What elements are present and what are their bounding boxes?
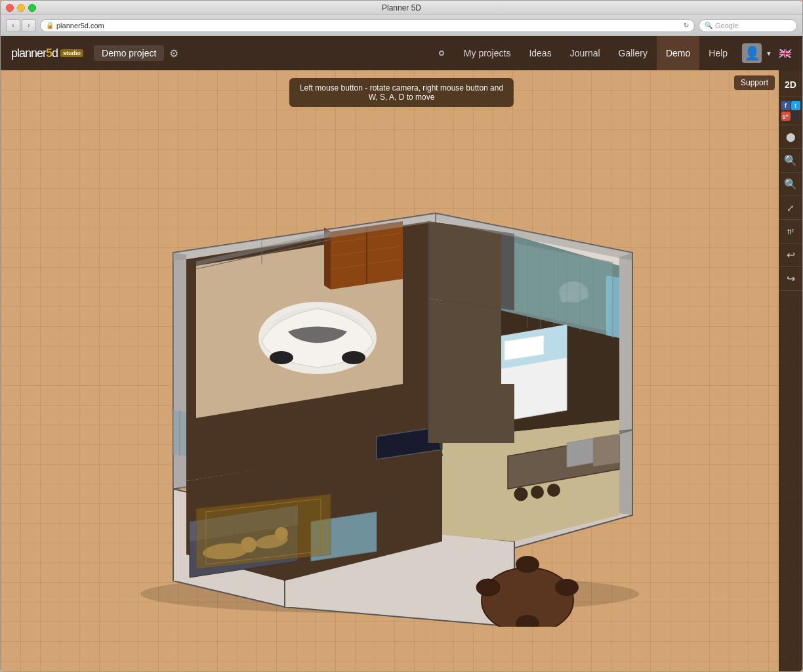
svg-marker-70 xyxy=(429,384,514,443)
nav-buttons: ‹ › xyxy=(6,19,36,32)
svg-point-15 xyxy=(270,351,293,364)
nav-dot xyxy=(439,51,444,56)
2d-label: 2D xyxy=(785,79,796,90)
svg-marker-56 xyxy=(593,434,619,467)
logo: planner5d studio xyxy=(11,47,83,60)
canvas-background[interactable]: Left mouse button - rotate camera, right… xyxy=(1,70,802,671)
house-3d-view[interactable] xyxy=(94,135,685,627)
other-social-icon[interactable] xyxy=(791,112,800,121)
svg-rect-17 xyxy=(94,135,95,135)
svg-point-77 xyxy=(547,484,560,497)
svg-point-76 xyxy=(531,486,544,499)
screenshot-button[interactable]: ⬤ xyxy=(779,125,802,149)
minimize-button[interactable] xyxy=(17,4,25,12)
nav-help[interactable]: Help xyxy=(699,36,737,70)
lock-icon: 🔒 xyxy=(46,22,54,29)
url-text: planner5d.com xyxy=(56,22,681,30)
settings-button[interactable]: ⚙ xyxy=(169,47,178,60)
back-button[interactable]: ‹ xyxy=(6,19,20,32)
svg-marker-69 xyxy=(429,299,501,384)
svg-marker-57 xyxy=(567,438,593,467)
house-svg xyxy=(94,135,685,627)
browser-title: Planner 5D xyxy=(382,3,421,12)
search-bar[interactable]: 🔍 Google xyxy=(699,19,797,32)
nav-my-projects[interactable]: My projects xyxy=(455,36,520,70)
units-button[interactable]: ft² xyxy=(779,220,802,243)
undo-button[interactable]: ↩ xyxy=(779,243,802,267)
fullscreen-icon: ⤢ xyxy=(787,203,794,213)
user-dropdown-arrow[interactable]: ▼ xyxy=(766,50,772,57)
social-row-2: g+ xyxy=(781,112,800,121)
svg-marker-68 xyxy=(429,221,501,308)
user-avatar[interactable]: 👤 xyxy=(742,43,762,63)
app-header: planner5d studio Demo project ⚙ My proje… xyxy=(1,36,802,70)
logo-badge: studio xyxy=(60,49,83,57)
support-button[interactable]: Support xyxy=(734,75,775,90)
logo-text: planner5d xyxy=(11,47,58,60)
google-plus-icon[interactable]: g+ xyxy=(781,112,791,121)
app-area: planner5d studio Demo project ⚙ My proje… xyxy=(1,36,802,671)
redo-icon: ↪ xyxy=(787,272,795,285)
nav-ideas[interactable]: Ideas xyxy=(520,36,560,70)
browser-toolbar: ‹ › 🔒 planner5d.com ↻ 🔍 Google xyxy=(1,15,802,36)
zoom-in-button[interactable]: 🔍 xyxy=(779,149,802,173)
browser-titlebar: Planner 5D xyxy=(1,1,802,15)
svg-point-16 xyxy=(342,351,365,364)
twitter-icon[interactable]: t xyxy=(791,101,800,110)
right-sidebar: 2D f t g+ xyxy=(779,70,802,671)
search-icon: 🔍 xyxy=(705,22,712,29)
svg-point-53 xyxy=(516,556,539,573)
fullscreen-button[interactable]: ⤢ xyxy=(779,196,802,220)
nav-links: My projects Ideas Journal Gallery Demo H… xyxy=(455,36,737,70)
tooltip-line2: W, S, A, D to move xyxy=(369,93,435,102)
social-row-1: f t xyxy=(781,101,800,110)
svg-marker-81 xyxy=(619,253,632,515)
tooltip-box: Left mouse button - rotate camera, right… xyxy=(289,78,514,107)
maximize-button[interactable] xyxy=(28,4,36,12)
svg-marker-78 xyxy=(173,253,186,489)
user-area: 👤 ▼ 🇬🇧 xyxy=(742,43,792,63)
traffic-lights xyxy=(6,4,36,12)
svg-point-51 xyxy=(476,579,500,596)
2d-toggle-button[interactable]: 2D xyxy=(779,73,802,96)
zoom-out-icon: 🔍 xyxy=(784,178,797,190)
redo-button[interactable]: ↪ xyxy=(779,267,802,291)
address-bar[interactable]: 🔒 planner5d.com ↻ xyxy=(40,19,695,32)
svg-marker-66 xyxy=(501,232,514,310)
camera-icon: ⬤ xyxy=(786,132,796,142)
project-name[interactable]: Demo project xyxy=(94,45,164,61)
main-content[interactable]: Left mouse button - rotate camera, right… xyxy=(1,70,802,671)
zoom-out-button[interactable]: 🔍 xyxy=(779,173,802,196)
close-button[interactable] xyxy=(6,4,14,12)
units-icon: ft² xyxy=(787,228,794,236)
facebook-icon[interactable]: f xyxy=(781,101,791,110)
undo-icon: ↩ xyxy=(787,249,795,261)
flag-icon: 🇬🇧 xyxy=(779,47,792,60)
tooltip-line1: Left mouse button - rotate camera, right… xyxy=(300,83,503,93)
refresh-button[interactable]: ↻ xyxy=(684,22,689,29)
social-share-button[interactable]: f t g+ xyxy=(779,96,802,125)
project-name-area: Demo project ⚙ xyxy=(94,45,178,61)
nav-demo[interactable]: Demo xyxy=(657,36,699,70)
zoom-in-icon: 🔍 xyxy=(784,154,797,167)
nav-journal[interactable]: Journal xyxy=(561,36,609,70)
svg-point-75 xyxy=(514,488,527,501)
forward-button[interactable]: › xyxy=(22,19,36,32)
svg-point-52 xyxy=(555,579,579,596)
nav-gallery[interactable]: Gallery xyxy=(609,36,657,70)
browser-frame: Planner 5D ‹ › 🔒 planner5d.com ↻ 🔍 Googl… xyxy=(0,0,803,672)
search-placeholder: Google xyxy=(715,22,738,30)
